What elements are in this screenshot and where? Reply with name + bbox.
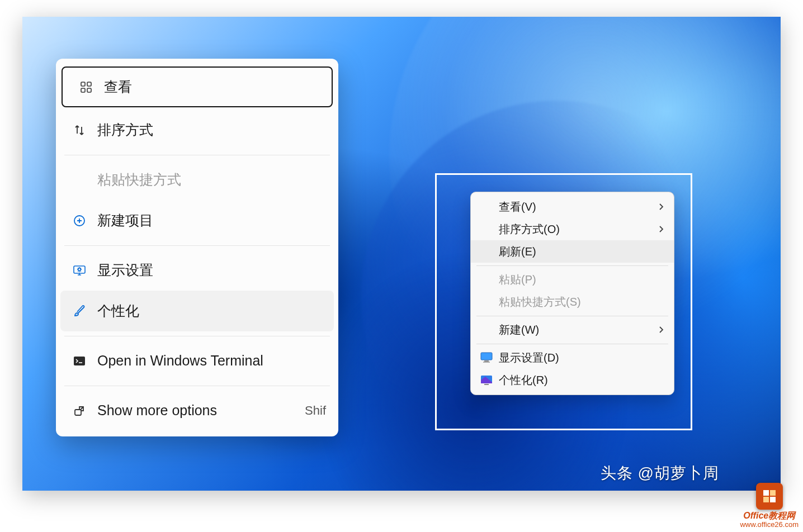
menu-separator: [56, 150, 338, 159]
brush-icon: [68, 305, 91, 318]
svg-rect-3: [87, 88, 91, 92]
menu-item-display-settings[interactable]: 显示设置(D): [471, 346, 674, 369]
menu-separator: [56, 331, 338, 340]
svg-rect-0: [81, 82, 85, 86]
menu-item-sort[interactable]: 排序方式(O): [471, 218, 674, 240]
menu-separator: [471, 313, 674, 319]
highlight-box: 查看(V) 排序方式(O) 刷新(E) 粘贴(P): [435, 173, 692, 430]
svg-rect-17: [770, 497, 776, 502]
personalize-icon: [479, 374, 494, 386]
svg-rect-15: [770, 490, 776, 496]
menu-separator: [56, 381, 338, 390]
logo-icon: [756, 483, 783, 510]
menu-item-label: 个性化: [97, 302, 139, 320]
sort-icon: [68, 124, 91, 137]
context-menu-classic: 查看(V) 排序方式(O) 刷新(E) 粘贴(P): [470, 192, 674, 395]
display-settings-icon: [68, 263, 91, 278]
menu-item-display-settings[interactable]: 显示设置: [56, 250, 338, 291]
menu-item-more-options[interactable]: Show more options Shif: [56, 390, 338, 431]
plus-circle-icon: [68, 214, 91, 227]
site-watermark: Office教程网 www.office26.com: [740, 483, 799, 529]
menu-item-refresh[interactable]: 刷新(E): [471, 240, 674, 263]
grid-icon: [75, 80, 97, 94]
menu-item-personalize[interactable]: 个性化: [60, 291, 334, 331]
menu-item-label: 查看: [104, 78, 132, 96]
expand-icon: [68, 404, 91, 417]
svg-rect-10: [484, 360, 489, 362]
svg-rect-14: [763, 490, 769, 496]
menu-item-label: 排序方式: [97, 121, 153, 139]
menu-item-label: Open in Windows Terminal: [97, 353, 263, 369]
menu-item-paste-shortcut: 粘贴快捷方式: [56, 159, 338, 200]
svg-rect-13: [484, 384, 489, 385]
menu-item-new[interactable]: 新建项目: [56, 200, 338, 241]
svg-rect-16: [763, 497, 769, 502]
menu-item-label: 查看(V): [499, 200, 536, 215]
context-menu-win11: 查看 排序方式 粘贴快捷方式 新建项目: [56, 59, 338, 436]
menu-item-label: 新建(W): [499, 322, 539, 338]
svg-point-6: [78, 268, 81, 270]
menu-item-label: 显示设置(D): [499, 350, 559, 365]
monitor-icon: [479, 352, 494, 363]
menu-item-view[interactable]: 查看(V): [471, 196, 674, 218]
menu-separator: [471, 263, 674, 268]
svg-rect-11: [483, 362, 490, 363]
watermark-credit: 头条 @胡萝卜周: [601, 463, 719, 484]
menu-item-sort[interactable]: 排序方式: [56, 110, 338, 150]
menu-item-label: 显示设置: [97, 261, 153, 279]
menu-item-label: 新建项目: [97, 211, 153, 230]
svg-rect-8: [75, 410, 81, 415]
chevron-right-icon: [658, 203, 664, 211]
menu-item-label: 粘贴快捷方式(S): [499, 294, 581, 310]
watermark-title: Office教程网: [740, 511, 799, 521]
menu-item-paste: 粘贴(P): [471, 268, 674, 291]
menu-item-terminal[interactable]: Open in Windows Terminal: [56, 340, 338, 381]
menu-item-label: Show more options: [97, 402, 217, 419]
menu-item-label: 刷新(E): [499, 244, 536, 259]
menu-item-label: 个性化(R): [499, 373, 548, 388]
chevron-right-icon: [658, 225, 664, 233]
svg-rect-9: [481, 353, 492, 360]
svg-rect-5: [74, 266, 85, 273]
watermark-url: www.office26.com: [740, 521, 799, 529]
menu-item-new[interactable]: 新建(W): [471, 319, 674, 341]
menu-item-view[interactable]: 查看: [62, 66, 333, 107]
menu-item-label: 粘贴(P): [499, 272, 536, 287]
menu-item-personalize[interactable]: 个性化(R): [471, 369, 674, 391]
menu-separator: [56, 241, 338, 250]
menu-item-shortcut: Shif: [305, 403, 326, 418]
menu-item-label: 排序方式(O): [499, 222, 560, 237]
screenshot-frame: 查看 排序方式 粘贴快捷方式 新建项目: [22, 17, 781, 491]
svg-rect-2: [81, 88, 85, 92]
menu-item-label: 粘贴快捷方式: [97, 170, 181, 189]
svg-rect-1: [87, 82, 91, 86]
chevron-right-icon: [658, 326, 664, 334]
svg-rect-7: [74, 357, 85, 365]
terminal-icon: [68, 354, 91, 368]
menu-separator: [471, 341, 674, 346]
menu-item-paste-shortcut: 粘贴快捷方式(S): [471, 291, 674, 313]
